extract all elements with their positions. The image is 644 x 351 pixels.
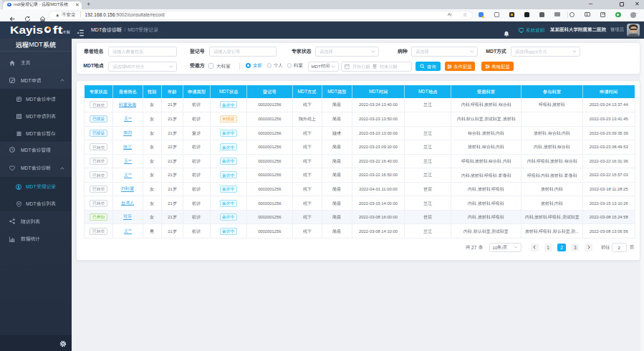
svg-text:Kayis: Kayis bbox=[10, 24, 43, 36]
svg-text:ft: ft bbox=[53, 24, 63, 36]
